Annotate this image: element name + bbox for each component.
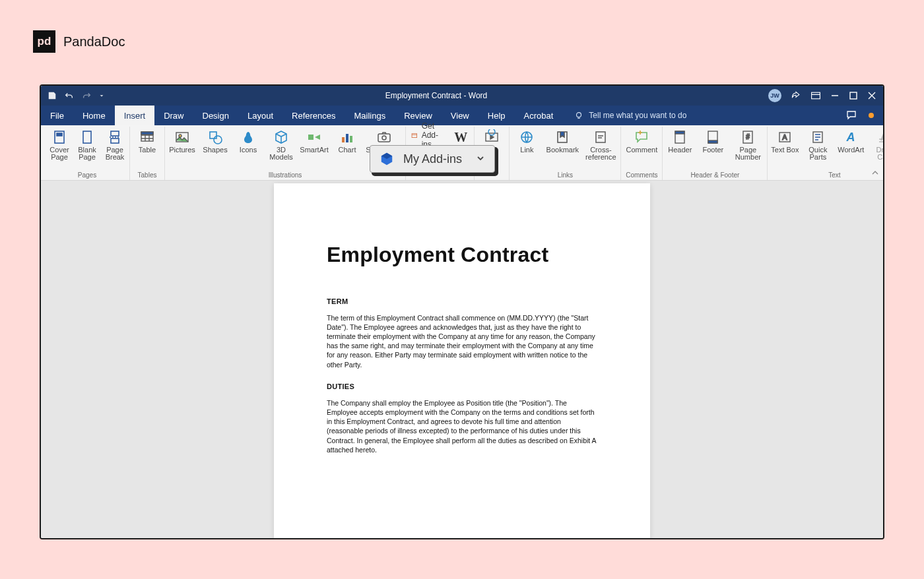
- undo-icon[interactable]: [65, 91, 74, 100]
- titlebar: Employment Contract - Word JW: [41, 86, 883, 106]
- smartart-button[interactable]: SmartArt: [300, 128, 329, 155]
- my-addins-button[interactable]: My Add-ins: [370, 145, 495, 173]
- link-icon: [519, 129, 535, 145]
- smartart-icon: [306, 129, 322, 145]
- wordart-icon: A: [843, 129, 859, 145]
- tab-view[interactable]: View: [442, 106, 478, 125]
- text-box-button[interactable]: A Text Box: [770, 128, 799, 155]
- chart-label: Chart: [339, 146, 356, 154]
- smartart-label: SmartArt: [300, 146, 328, 154]
- document-page[interactable]: Employment Contract TERM The term of thi…: [274, 183, 650, 538]
- tab-design[interactable]: Design: [193, 106, 238, 125]
- close-button[interactable]: [867, 91, 876, 100]
- page-number-icon: #: [740, 129, 756, 145]
- camera-icon: [376, 129, 392, 145]
- tab-draw[interactable]: Draw: [154, 106, 193, 125]
- bookmark-icon: [554, 129, 570, 145]
- cross-reference-label: Cross-reference: [583, 146, 618, 161]
- svg-point-23: [488, 129, 495, 135]
- cover-page-button[interactable]: Cover Page: [48, 128, 71, 162]
- svg-point-12: [179, 135, 182, 137]
- icons-button[interactable]: Icons: [234, 128, 263, 155]
- quick-parts-button[interactable]: Quick Parts: [803, 128, 832, 162]
- comment-button[interactable]: Comment: [624, 128, 659, 155]
- link-button[interactable]: Link: [512, 128, 541, 155]
- cross-reference-button[interactable]: Cross-reference: [583, 128, 618, 162]
- save-icon[interactable]: [48, 91, 57, 100]
- bookmark-button[interactable]: Bookmark: [545, 128, 579, 155]
- svg-point-20: [382, 136, 386, 140]
- page-number-label: Page Number: [731, 146, 764, 161]
- svg-text:#: #: [746, 133, 750, 140]
- tab-mailings[interactable]: Mailings: [345, 106, 395, 125]
- collapse-ribbon-icon[interactable]: [871, 169, 879, 177]
- document-canvas[interactable]: Employment Contract TERM The term of thi…: [41, 181, 883, 538]
- share-icon[interactable]: [791, 90, 801, 101]
- shapes-button[interactable]: Shapes: [201, 128, 230, 155]
- tab-layout[interactable]: Layout: [238, 106, 282, 125]
- lightbulb-icon: [574, 111, 583, 120]
- tab-home[interactable]: Home: [73, 106, 115, 125]
- 3d-models-button[interactable]: 3D Models: [267, 128, 296, 162]
- group-comments-label: Comments: [626, 170, 657, 179]
- blank-page-label: Blank Page: [75, 146, 99, 161]
- header-button[interactable]: Header: [665, 128, 694, 155]
- group-comments: Comment Comments: [621, 127, 663, 180]
- wordart-button[interactable]: A WordArt: [836, 128, 865, 155]
- group-tables-label: Tables: [138, 170, 157, 179]
- section-heading-duties: DUTIES: [327, 382, 597, 390]
- store-icon: [411, 129, 418, 141]
- tab-help[interactable]: Help: [478, 106, 515, 125]
- footer-icon: [705, 129, 721, 145]
- svg-rect-19: [378, 134, 390, 142]
- svg-rect-16: [342, 137, 345, 142]
- svg-rect-28: [675, 131, 684, 134]
- text-box-label: Text Box: [771, 146, 799, 154]
- group-pages: Cover Page Blank Page Page Break Pages: [45, 127, 130, 180]
- icons-label: Icons: [240, 146, 257, 154]
- svg-text:A: A: [846, 131, 855, 144]
- page-break-icon: [107, 129, 123, 145]
- cube-icon: [273, 129, 289, 145]
- drop-cap-button[interactable]: A Drop Cap: [869, 128, 884, 162]
- footer-button[interactable]: Footer: [698, 128, 727, 155]
- tab-acrobat[interactable]: Acrobat: [515, 106, 563, 125]
- tell-me-placeholder: Tell me what you want to do: [589, 111, 686, 120]
- ribbon-display-icon[interactable]: [810, 90, 821, 101]
- section-body-duties: The Company shall employ the Employee as…: [327, 398, 597, 454]
- section-body-term: The term of this Employment Contract sha…: [327, 313, 597, 369]
- blank-page-button[interactable]: Blank Page: [75, 128, 99, 162]
- group-header-footer: Header Footer # Page Number Header & Foo…: [663, 127, 768, 180]
- table-button[interactable]: Table: [133, 128, 162, 155]
- get-addins-button[interactable]: Get Add-ins: [409, 128, 446, 142]
- page-number-button[interactable]: # Page Number: [731, 128, 764, 162]
- comments-pane-icon[interactable]: [846, 109, 857, 122]
- document-title: Employment Contract: [327, 243, 597, 267]
- tab-insert[interactable]: Insert: [115, 106, 155, 125]
- qat-dropdown-icon[interactable]: [99, 91, 104, 100]
- group-illustrations-label: Illustrations: [269, 170, 302, 179]
- 3d-models-label: 3D Models: [267, 146, 296, 161]
- tab-file[interactable]: File: [41, 106, 73, 125]
- cross-reference-icon: [593, 129, 609, 145]
- svg-text:A: A: [783, 133, 788, 141]
- tab-references[interactable]: References: [282, 106, 345, 125]
- svg-rect-30: [708, 140, 717, 143]
- group-text-label: Text: [828, 170, 840, 179]
- pictures-button[interactable]: Pictures: [168, 128, 197, 155]
- section-heading-term: TERM: [327, 297, 597, 305]
- tell-me-search[interactable]: Tell me what you want to do: [574, 106, 686, 125]
- menubar: File Home Insert Draw Design Layout Refe…: [41, 106, 883, 125]
- drop-cap-icon: A: [876, 129, 884, 145]
- comment-label: Comment: [626, 146, 658, 154]
- header-label: Header: [668, 146, 692, 154]
- maximize-button[interactable]: [849, 91, 858, 100]
- chart-button[interactable]: Chart: [333, 128, 362, 155]
- page-break-button[interactable]: Page Break: [103, 128, 127, 162]
- page-break-label: Page Break: [103, 146, 127, 161]
- minimize-button[interactable]: [830, 91, 840, 100]
- user-avatar[interactable]: JW: [768, 89, 781, 102]
- group-tables: Table Tables: [130, 127, 165, 180]
- redo-icon[interactable]: [82, 91, 91, 100]
- svg-rect-13: [210, 132, 216, 138]
